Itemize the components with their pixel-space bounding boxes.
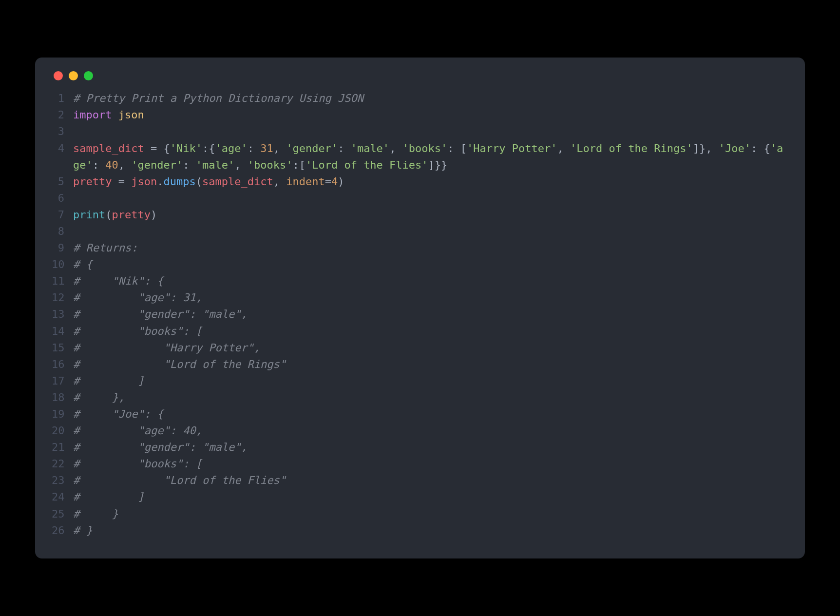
- code-content: # "age": 31,: [73, 289, 788, 306]
- code-line: 6: [52, 190, 788, 207]
- window-titlebar: [52, 71, 788, 80]
- code-line: 19# "Joe": {: [52, 406, 788, 423]
- code-line: 3: [52, 123, 788, 140]
- code-content: # }: [73, 506, 788, 522]
- line-number: 1: [52, 90, 73, 107]
- code-line: 11# "Nik": {: [52, 273, 788, 289]
- code-line: 4sample_dict = {'Nik':{'age': 31, 'gende…: [52, 140, 788, 173]
- code-content: pretty = json.dumps(sample_dict, indent=…: [73, 173, 788, 190]
- line-number: 24: [52, 489, 73, 505]
- code-line: 17# ]: [52, 373, 788, 389]
- code-content: # "books": [: [73, 323, 788, 340]
- line-number: 26: [52, 522, 73, 539]
- code-line: 14# "books": [: [52, 323, 788, 340]
- code-line: 24# ]: [52, 489, 788, 505]
- code-editor[interactable]: 1# Pretty Print a Python Dictionary Usin…: [52, 90, 788, 539]
- code-window: 1# Pretty Print a Python Dictionary Usin…: [35, 58, 805, 558]
- line-number: 16: [52, 356, 73, 373]
- code-content: # "Harry Potter",: [73, 340, 788, 356]
- code-line: 9# Returns:: [52, 240, 788, 256]
- line-number: 9: [52, 240, 73, 256]
- code-line: 18# },: [52, 389, 788, 406]
- code-line: 22# "books": [: [52, 456, 788, 472]
- line-number: 23: [52, 472, 73, 489]
- code-content: # Pretty Print a Python Dictionary Using…: [73, 90, 788, 107]
- line-number: 6: [52, 190, 73, 207]
- code-line: 16# "Lord of the Rings": [52, 356, 788, 373]
- line-number: 12: [52, 289, 73, 306]
- code-line: 26# }: [52, 522, 788, 539]
- code-line: 15# "Harry Potter",: [52, 340, 788, 356]
- line-number: 22: [52, 456, 73, 472]
- line-number: 20: [52, 423, 73, 439]
- line-number: 11: [52, 273, 73, 289]
- code-line: 23# "Lord of the Flies": [52, 472, 788, 489]
- code-content: # ]: [73, 489, 788, 505]
- code-content: # "gender": "male",: [73, 439, 788, 456]
- code-content: # Returns:: [73, 240, 788, 256]
- line-number: 21: [52, 439, 73, 456]
- line-number: 3: [52, 123, 73, 140]
- code-content: # "Lord of the Rings": [73, 356, 788, 373]
- code-content: # "Joe": {: [73, 406, 788, 423]
- code-content: [73, 190, 788, 207]
- code-line: 8: [52, 223, 788, 240]
- line-number: 8: [52, 223, 73, 240]
- code-line: 20# "age": 40,: [52, 423, 788, 439]
- line-number: 10: [52, 256, 73, 273]
- code-line: 10# {: [52, 256, 788, 273]
- maximize-icon[interactable]: [84, 71, 93, 80]
- close-icon[interactable]: [54, 71, 63, 80]
- line-number: 13: [52, 306, 73, 323]
- line-number: 19: [52, 406, 73, 423]
- line-number: 7: [52, 207, 73, 223]
- code-content: print(pretty): [73, 207, 788, 223]
- code-content: # "age": 40,: [73, 423, 788, 439]
- code-line: 5pretty = json.dumps(sample_dict, indent…: [52, 173, 788, 190]
- code-line: 7print(pretty): [52, 207, 788, 223]
- code-content: # "gender": "male",: [73, 306, 788, 323]
- line-number: 4: [52, 140, 73, 157]
- code-content: # ]: [73, 373, 788, 389]
- line-number: 18: [52, 389, 73, 406]
- line-number: 25: [52, 506, 73, 522]
- code-content: [73, 223, 788, 240]
- code-line: 2import json: [52, 107, 788, 123]
- code-content: # {: [73, 256, 788, 273]
- code-content: # }: [73, 522, 788, 539]
- code-line: 12# "age": 31,: [52, 289, 788, 306]
- code-content: sample_dict = {'Nik':{'age': 31, 'gender…: [73, 140, 788, 173]
- line-number: 15: [52, 340, 73, 356]
- code-content: # "books": [: [73, 456, 788, 472]
- code-content: # },: [73, 389, 788, 406]
- line-number: 5: [52, 173, 73, 190]
- code-content: import json: [73, 107, 788, 123]
- code-content: # "Nik": {: [73, 273, 788, 289]
- line-number: 2: [52, 107, 73, 123]
- minimize-icon[interactable]: [69, 71, 78, 80]
- code-line: 25# }: [52, 506, 788, 522]
- line-number: 17: [52, 373, 73, 389]
- line-number: 14: [52, 323, 73, 340]
- code-content: # "Lord of the Flies": [73, 472, 788, 489]
- code-content: [73, 123, 788, 140]
- code-line: 13# "gender": "male",: [52, 306, 788, 323]
- code-line: 1# Pretty Print a Python Dictionary Usin…: [52, 90, 788, 107]
- code-line: 21# "gender": "male",: [52, 439, 788, 456]
